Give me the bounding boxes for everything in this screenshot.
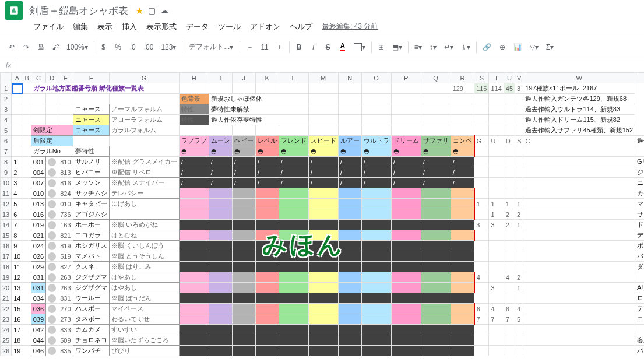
row-header[interactable]: 10 (1, 178, 12, 188)
doc-title[interactable]: 剣盾＋鎧島オシャボ表 (29, 4, 128, 17)
select-all-cell[interactable] (1, 73, 12, 83)
row-header[interactable]: 12 (1, 199, 12, 209)
menu-help[interactable]: ヘルプ (286, 20, 316, 34)
wrap-button[interactable]: ↵▾ (441, 40, 457, 55)
menu-format[interactable]: 表示形式 (142, 20, 181, 34)
menu-data[interactable]: データ (182, 20, 213, 34)
paint-format-button[interactable]: 🖌 (48, 40, 62, 55)
col-header[interactable]: P (391, 73, 421, 83)
filter-button[interactable]: ▽▾ (526, 40, 542, 55)
col-header[interactable]: W (523, 73, 635, 83)
comment-button[interactable]: ⊕ (495, 40, 509, 55)
col-header[interactable]: V (515, 73, 523, 83)
col-header[interactable]: E (58, 73, 73, 83)
currency-button[interactable]: $ (97, 40, 111, 55)
chart-button[interactable]: 📊 (510, 40, 526, 55)
row-header[interactable]: 22 (1, 304, 12, 314)
row-header[interactable]: 11 (1, 188, 12, 199)
text-color-button[interactable]: A (336, 40, 350, 55)
print-button[interactable]: 🖶 (34, 40, 48, 55)
col-header[interactable]: C (31, 73, 45, 83)
row-header[interactable]: 23 (1, 314, 12, 325)
decimal-inc-button[interactable]: .00 (140, 40, 157, 55)
row-header[interactable]: 18 (1, 262, 12, 272)
col-header[interactable]: N (338, 73, 361, 83)
fontsize-dec-button[interactable]: − (242, 40, 256, 55)
col-header[interactable]: L (279, 73, 308, 83)
fx-label: fx (0, 58, 17, 72)
col-header[interactable]: R (451, 73, 474, 83)
formula-input[interactable] (17, 58, 644, 72)
fill-color-button[interactable]: ▾ (350, 40, 369, 55)
fontsize-inc-button[interactable]: + (273, 40, 287, 55)
row-header[interactable]: 7 (1, 146, 12, 157)
cloud-icon[interactable]: ☁ (160, 6, 168, 15)
col-header[interactable]: H (179, 73, 209, 83)
menu-edit[interactable]: 編集 (69, 20, 92, 34)
col-header[interactable]: B (23, 73, 31, 83)
col-header[interactable]: S (474, 73, 489, 83)
row-header[interactable]: 26 (1, 346, 12, 356)
row-header[interactable]: 13 (1, 209, 12, 220)
col-header[interactable]: M (308, 73, 338, 83)
row-header[interactable]: 16 (1, 241, 12, 251)
row-header[interactable]: 4 (1, 115, 12, 125)
col-header[interactable]: O (361, 73, 391, 83)
row-header[interactable]: 17 (1, 251, 12, 262)
more-formats-button[interactable]: 123▾ (157, 40, 180, 55)
row-header[interactable]: 19 (1, 272, 12, 283)
col-header[interactable]: F (73, 73, 109, 83)
row-header[interactable]: 6 (1, 136, 12, 146)
decimal-dec-button[interactable]: .0 (126, 40, 140, 55)
row-header[interactable]: 24 (1, 325, 12, 335)
menu-view[interactable]: 表示 (93, 20, 117, 34)
col-header[interactable]: A (12, 73, 23, 83)
halign-button[interactable]: ≡▾ (411, 40, 425, 55)
row-header[interactable]: 14 (1, 220, 12, 230)
zoom-select[interactable]: 100% ▾ (63, 40, 92, 55)
menu-addons[interactable]: アドオン (246, 20, 284, 34)
row-header[interactable]: 9 (1, 167, 12, 178)
col-header[interactable]: U (504, 73, 515, 83)
row-header[interactable]: 2 (1, 94, 12, 104)
col-header[interactable]: G (109, 73, 179, 83)
col-header[interactable]: D (46, 73, 58, 83)
col-header[interactable]: J (232, 73, 255, 83)
font-select[interactable]: デフォルト... ▾ (185, 40, 237, 55)
col-header[interactable]: Q (421, 73, 451, 83)
bold-button[interactable]: B (292, 40, 306, 55)
col-header[interactable]: X (635, 73, 644, 83)
sheet-title[interactable]: ガラル地方図鑑番号順 孵化種族一覧表 (31, 83, 179, 94)
undo-button[interactable]: ↶ (5, 40, 19, 55)
valign-button[interactable]: ↕▾ (426, 40, 440, 55)
row-header[interactable]: 3 (1, 104, 12, 115)
cell-a1[interactable] (12, 83, 23, 94)
row-header[interactable]: 15 (1, 230, 12, 241)
italic-button[interactable]: I (307, 40, 321, 55)
star-icon[interactable]: ★ (135, 5, 143, 16)
merge-button[interactable]: ⬒▾ (389, 40, 406, 55)
col-header[interactable]: T (489, 73, 504, 83)
move-icon[interactable]: ▢ (148, 6, 156, 15)
row-header[interactable]: 1 (1, 83, 12, 94)
menu-insert[interactable]: 挿入 (118, 20, 141, 34)
percent-button[interactable]: % (111, 40, 125, 55)
spreadsheet-grid[interactable]: A B C D E F G H I J K L M N O P Q R S T … (0, 72, 644, 356)
row-header[interactable]: 25 (1, 335, 12, 346)
row-header[interactable]: 8 (1, 157, 12, 167)
col-header[interactable]: K (255, 73, 279, 83)
last-edit[interactable]: 最終編集: 43 分前 (322, 22, 378, 31)
col-header[interactable]: I (209, 73, 232, 83)
borders-button[interactable]: ⊞ (374, 40, 388, 55)
redo-button[interactable]: ↷ (19, 40, 33, 55)
fontsize-value[interactable]: 11 (257, 40, 272, 55)
row-header[interactable]: 21 (1, 293, 12, 304)
menu-file[interactable]: ファイル (29, 20, 68, 34)
functions-button[interactable]: Σ▾ (543, 40, 557, 55)
strike-button[interactable]: S (321, 40, 335, 55)
link-button[interactable]: 🔗 (479, 40, 495, 55)
menu-tools[interactable]: ツール (214, 20, 245, 34)
row-header[interactable]: 5 (1, 125, 12, 136)
rotate-button[interactable]: ⤹▾ (458, 40, 474, 55)
row-header[interactable]: 20 (1, 283, 12, 293)
